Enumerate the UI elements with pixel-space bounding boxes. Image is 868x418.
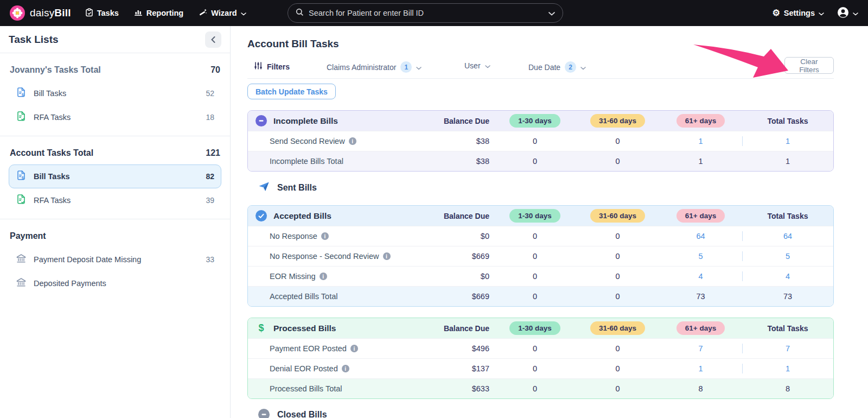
table-row: Send Second Reviewi $38 0 0 1 1 <box>248 131 833 151</box>
card-header: $ Processed Bills Balance Due 1-30 days … <box>248 318 833 338</box>
table-row: EOR Missingi $0 0 0 4 4 <box>248 266 833 286</box>
brand[interactable]: daisyBill <box>10 5 71 21</box>
count-31-60: 0 <box>576 292 659 301</box>
total-tasks-link[interactable]: 1 <box>742 137 833 145</box>
task-name: No Response - Second Review <box>270 252 379 261</box>
info-icon[interactable]: i <box>350 345 358 352</box>
total-tasks-link[interactable]: 7 <box>742 344 833 353</box>
settings-menu[interactable]: ⚙ Settings <box>772 9 824 17</box>
info-icon[interactable]: i <box>321 232 329 240</box>
section-count: 121 <box>206 148 220 158</box>
user-menu[interactable] <box>837 7 858 20</box>
avatar-icon <box>837 7 849 20</box>
table-total-row: Accepted Bills Total $669 0 0 73 73 <box>248 286 833 306</box>
filter-user[interactable]: User <box>464 61 490 70</box>
item-count: 82 <box>206 172 214 181</box>
section-header-label: Sent Bills <box>277 183 317 193</box>
chevron-down-icon[interactable] <box>548 8 555 18</box>
chevron-down-icon <box>819 9 824 17</box>
task-name: EOR Missing <box>270 272 316 281</box>
sidebar-item-deposited-payments[interactable]: Deposited Payments <box>9 271 221 295</box>
clear-filters-button[interactable]: Clear Filters <box>784 57 834 74</box>
count-61-plus: 73 <box>659 292 742 301</box>
info-icon[interactable]: i <box>320 273 327 280</box>
total-row-name: Accepted Bills Total <box>248 292 412 301</box>
column-total-tasks: Total Tasks <box>742 117 833 125</box>
table-total-row: Incomplete Bills Total $38 0 0 1 1 <box>248 151 833 171</box>
table-row: Denial EOR Postedi $137 0 0 1 1 <box>248 358 833 378</box>
chevron-down-icon <box>853 9 858 17</box>
count-61-plus-link[interactable]: 64 <box>659 232 742 240</box>
account-tasks-section: Account Tasks Total 121 $ Bill Tasks 82 <box>0 136 230 219</box>
nav-tasks[interactable]: Tasks <box>85 8 119 18</box>
sent-bills-section-header: Sent Bills <box>247 181 868 194</box>
total-row-name: Processed Bills Total <box>248 384 412 393</box>
nav-right: ⚙ Settings <box>772 7 858 20</box>
filters-label: Filters <box>267 62 290 71</box>
nav-wizard[interactable]: Wizard <box>199 8 246 18</box>
balance-value: $38 <box>412 137 494 145</box>
sidebar-item-my-rfa-tasks[interactable]: RFA Tasks 18 <box>9 105 221 129</box>
count-1-30: 0 <box>494 272 576 281</box>
count-61-plus-link[interactable]: 4 <box>659 272 742 281</box>
total-tasks-link[interactable]: 4 <box>742 272 833 281</box>
payment-section: Payment Payment Deposit Date Missing 33 <box>0 219 230 302</box>
clipboard-icon <box>85 8 93 18</box>
count-1-30: 0 <box>494 344 576 353</box>
count-31-60: 0 <box>576 252 659 261</box>
count-1-30: 0 <box>494 137 576 145</box>
total-tasks: 8 <box>742 384 833 393</box>
sidebar-item-payment-deposit-date-missing[interactable]: Payment Deposit Date Missing 33 <box>9 248 221 271</box>
sidebar-item-account-rfa-tasks[interactable]: RFA Tasks 39 <box>9 188 221 212</box>
search-icon <box>296 8 304 18</box>
count-1-30: 0 <box>494 384 576 393</box>
filter-due-date[interactable]: Due Date 2 <box>528 61 586 73</box>
chevron-down-icon <box>580 63 586 72</box>
count-61-plus-link[interactable]: 7 <box>659 344 742 353</box>
count-31-60: 0 <box>576 364 659 373</box>
column-61-plus-days: 61+ days <box>676 114 725 128</box>
bill-document-icon: $ <box>16 87 27 100</box>
item-label: Deposited Payments <box>34 279 106 288</box>
task-name: Payment EOR Posted <box>270 344 347 353</box>
check-circle-icon <box>256 210 267 221</box>
info-icon[interactable]: i <box>342 365 349 372</box>
total-tasks-link[interactable]: 64 <box>742 232 833 240</box>
column-31-60-days: 31-60 days <box>590 209 645 223</box>
top-nav: daisyBill Tasks <box>0 0 868 26</box>
account-tasks-header: Account Tasks Total 121 <box>9 142 221 164</box>
nav-reporting[interactable]: Reporting <box>134 8 183 18</box>
info-icon[interactable]: i <box>349 137 356 145</box>
item-label: RFA Tasks <box>34 196 71 205</box>
balance-value: $496 <box>412 344 494 353</box>
page-title: Account Bill Tasks <box>247 38 868 50</box>
sidebar-collapse-button[interactable] <box>205 31 221 48</box>
count-1-30: 0 <box>494 364 576 373</box>
column-1-30-days: 1-30 days <box>509 114 560 128</box>
count-31-60: 0 <box>576 344 659 353</box>
sidebar-item-my-bill-tasks[interactable]: $ Bill Tasks 52 <box>9 81 221 105</box>
total-tasks-link[interactable]: 5 <box>742 252 833 261</box>
global-search[interactable] <box>288 3 563 23</box>
info-icon[interactable]: i <box>383 252 391 260</box>
batch-update-tasks-button[interactable]: Batch Update Tasks <box>247 84 336 99</box>
search-input[interactable] <box>309 9 548 17</box>
bar-chart-icon <box>134 8 143 18</box>
filter-claims-administrator[interactable]: Claims Administrator 1 <box>327 61 422 73</box>
count-61-plus-link[interactable]: 1 <box>659 137 742 145</box>
column-31-60-days: 31-60 days <box>590 114 645 128</box>
count-31-60: 0 <box>576 157 659 166</box>
count-61-plus-link[interactable]: 1 <box>659 364 742 373</box>
count-61-plus-link[interactable]: 5 <box>659 252 742 261</box>
count-1-30: 0 <box>494 292 576 301</box>
total-tasks-link[interactable]: 1 <box>742 364 833 373</box>
sidebar-item-account-bill-tasks[interactable]: $ Bill Tasks 82 <box>9 164 221 188</box>
item-label: Payment Deposit Date Missing <box>34 255 141 264</box>
column-balance-due: Balance Due <box>412 117 494 125</box>
count-31-60: 0 <box>576 384 659 393</box>
nav-wizard-label: Wizard <box>211 9 237 17</box>
filter-label: Claims Administrator <box>327 63 396 72</box>
paper-plane-icon <box>258 181 270 194</box>
balance-value: $669 <box>412 252 494 261</box>
page: daisyBill Tasks <box>0 0 868 418</box>
